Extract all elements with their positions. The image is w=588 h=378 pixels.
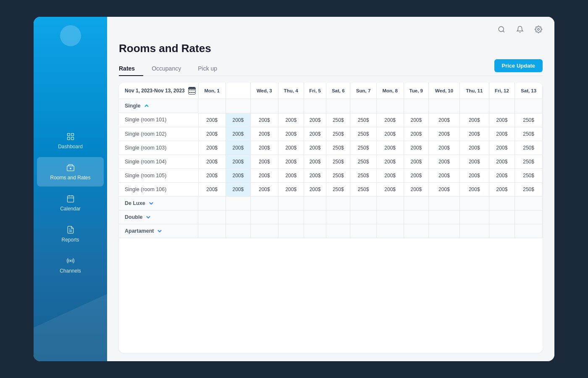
rate-cell[interactable]: 200$ — [198, 182, 226, 196]
rate-cell[interactable]: 250$ — [326, 182, 350, 196]
rate-cell[interactable]: 200$ — [278, 182, 304, 196]
rate-cell[interactable]: 200$ — [459, 141, 489, 155]
rate-cell[interactable]: 200$ — [226, 168, 251, 182]
rate-cell[interactable]: 250$ — [515, 113, 543, 127]
rate-cell[interactable]: 200$ — [226, 155, 251, 168]
rate-cell[interactable]: 200$ — [376, 113, 404, 127]
sidebar-item-rooms-rates[interactable]: Rooms and Rates — [37, 157, 104, 186]
rate-cell[interactable]: 200$ — [429, 141, 460, 155]
rate-cell[interactable]: 200$ — [459, 113, 489, 127]
category-cell — [304, 224, 326, 238]
price-update-button[interactable]: Price Update — [494, 59, 543, 72]
sidebar-item-channels[interactable]: Channels — [37, 250, 104, 280]
rate-cell[interactable]: 200$ — [459, 155, 489, 168]
category-cell — [429, 210, 460, 224]
rate-cell[interactable]: 200$ — [376, 127, 404, 141]
rate-cell[interactable]: 200$ — [489, 155, 515, 168]
rate-cell[interactable]: 200$ — [198, 168, 226, 182]
expand-icon[interactable] — [157, 228, 162, 234]
rate-cell[interactable]: 200$ — [251, 141, 278, 155]
rate-cell[interactable]: 200$ — [376, 155, 404, 168]
rate-cell[interactable]: 250$ — [326, 168, 350, 182]
rate-cell[interactable]: 200$ — [251, 168, 278, 182]
rate-cell[interactable]: 200$ — [226, 141, 251, 155]
rate-cell[interactable]: 250$ — [326, 127, 350, 141]
rate-cell[interactable]: 200$ — [304, 155, 326, 168]
rate-cell[interactable]: 250$ — [515, 168, 543, 182]
rate-cell[interactable]: 250$ — [326, 141, 350, 155]
rate-cell[interactable]: 200$ — [429, 155, 460, 168]
rate-cell[interactable]: 200$ — [429, 168, 460, 182]
rate-cell[interactable]: 200$ — [278, 127, 304, 141]
sidebar-item-dashboard[interactable]: Dashboard — [37, 126, 104, 155]
rate-cell[interactable]: 200$ — [251, 127, 278, 141]
rate-cell[interactable]: 200$ — [404, 113, 429, 127]
rate-cell[interactable]: 200$ — [404, 127, 429, 141]
rate-cell[interactable]: 200$ — [304, 168, 326, 182]
rate-cell[interactable]: 200$ — [489, 168, 515, 182]
rate-cell[interactable]: 200$ — [459, 127, 489, 141]
expand-icon[interactable] — [144, 103, 149, 108]
rate-cell[interactable]: 250$ — [350, 182, 376, 196]
rate-cell[interactable]: 200$ — [251, 155, 278, 168]
rate-cell[interactable]: 200$ — [198, 113, 226, 127]
rate-cell[interactable]: 200$ — [251, 113, 278, 127]
sidebar-item-calendar[interactable]: Calendar — [37, 188, 104, 218]
rate-cell[interactable]: 200$ — [198, 127, 226, 141]
rate-cell[interactable]: 250$ — [350, 127, 376, 141]
rate-cell[interactable]: 200$ — [459, 182, 489, 196]
category-cell — [198, 99, 226, 113]
rate-cell[interactable]: 250$ — [326, 155, 350, 168]
bell-icon[interactable] — [514, 24, 526, 35]
rate-cell[interactable]: 200$ — [429, 127, 460, 141]
rate-cell[interactable]: 200$ — [404, 182, 429, 196]
tab-rates[interactable]: Rates — [119, 62, 143, 76]
rate-cell[interactable]: 200$ — [251, 182, 278, 196]
rate-cell[interactable]: 200$ — [226, 113, 251, 127]
rate-cell[interactable]: 250$ — [350, 168, 376, 182]
rate-cell[interactable]: 200$ — [304, 141, 326, 155]
rate-cell[interactable]: 250$ — [515, 127, 543, 141]
rate-cell[interactable]: 200$ — [304, 113, 326, 127]
rate-cell[interactable]: 250$ — [515, 141, 543, 155]
rate-cell[interactable]: 250$ — [350, 141, 376, 155]
rate-cell[interactable]: 200$ — [278, 141, 304, 155]
tab-pickup[interactable]: Pick up — [189, 62, 226, 76]
tabs-row: Rates Occupancy Pick up Price Update — [119, 62, 543, 76]
rate-cell[interactable]: 200$ — [489, 127, 515, 141]
search-icon[interactable] — [496, 24, 507, 35]
rate-cell[interactable]: 200$ — [429, 182, 460, 196]
settings-icon[interactable] — [533, 24, 544, 35]
rate-cell[interactable]: 200$ — [226, 182, 251, 196]
rate-cell[interactable]: 250$ — [326, 113, 350, 127]
date-range-header[interactable]: Nov 1, 2023-Nov 13, 2023 — [119, 83, 198, 99]
rate-cell[interactable]: 200$ — [429, 113, 460, 127]
category-cell — [376, 99, 404, 113]
rate-cell[interactable]: 200$ — [376, 168, 404, 182]
rate-cell[interactable]: 200$ — [278, 113, 304, 127]
rate-cell[interactable]: 200$ — [489, 113, 515, 127]
rate-cell[interactable]: 200$ — [278, 155, 304, 168]
sidebar-item-reports[interactable]: Reports — [37, 219, 104, 249]
rate-cell[interactable]: 250$ — [515, 182, 543, 196]
rate-cell[interactable]: 200$ — [226, 127, 251, 141]
rate-cell[interactable]: 200$ — [198, 141, 226, 155]
rate-cell[interactable]: 200$ — [198, 155, 226, 168]
rate-cell[interactable]: 200$ — [304, 127, 326, 141]
rate-cell[interactable]: 200$ — [489, 141, 515, 155]
rate-cell[interactable]: 200$ — [376, 141, 404, 155]
expand-icon[interactable] — [146, 215, 151, 220]
rate-cell[interactable]: 250$ — [515, 155, 543, 168]
expand-icon[interactable] — [149, 201, 154, 206]
rate-cell[interactable]: 200$ — [304, 182, 326, 196]
rate-cell[interactable]: 200$ — [459, 168, 489, 182]
rate-cell[interactable]: 200$ — [404, 155, 429, 168]
rate-cell[interactable]: 250$ — [350, 113, 376, 127]
rate-cell[interactable]: 200$ — [278, 168, 304, 182]
tab-occupancy[interactable]: Occupancy — [143, 62, 189, 76]
rate-cell[interactable]: 200$ — [489, 182, 515, 196]
rate-cell[interactable]: 200$ — [404, 168, 429, 182]
rate-cell[interactable]: 200$ — [376, 182, 404, 196]
rate-cell[interactable]: 200$ — [404, 141, 429, 155]
rate-cell[interactable]: 250$ — [350, 155, 376, 168]
